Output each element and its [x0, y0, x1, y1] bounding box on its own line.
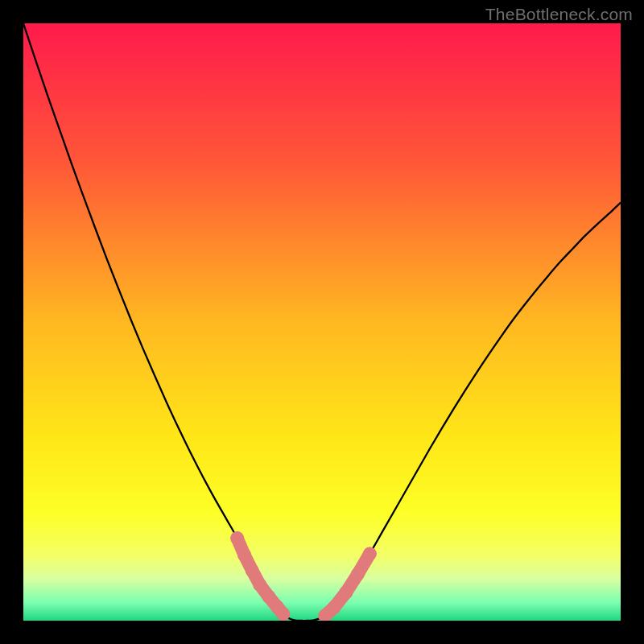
highlight-dot — [351, 568, 365, 581]
highlight-dot — [237, 548, 251, 562]
highlight-dot — [363, 547, 377, 560]
watermark-text: TheBottleneck.com — [485, 5, 633, 24]
highlight-dot — [230, 531, 244, 545]
gradient-background — [23, 23, 621, 621]
chart-svg — [23, 23, 621, 621]
highlight-dot — [339, 586, 353, 600]
highlight-dot — [253, 578, 266, 592]
highlight-dot — [327, 601, 341, 614]
highlight-dot — [276, 607, 290, 621]
chart-plot-area — [23, 23, 621, 621]
highlight-dot — [246, 564, 259, 577]
